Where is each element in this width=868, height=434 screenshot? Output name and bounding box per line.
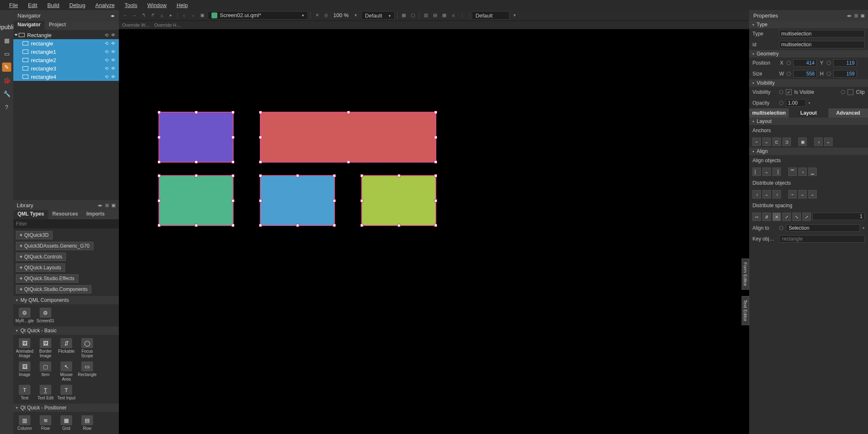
tree-root[interactable]: Rectangle ⟲👁 xyxy=(13,31,119,39)
clip-checkbox[interactable] xyxy=(848,89,853,95)
nav-fwd-history-icon[interactable]: → xyxy=(131,12,138,19)
nav-home-icon[interactable]: ⌂ xyxy=(158,12,166,19)
export-icon[interactable]: ⟲ xyxy=(105,58,108,63)
id-value[interactable] xyxy=(779,41,865,48)
menu-debug[interactable]: Debug xyxy=(65,1,89,9)
link-x-icon[interactable] xyxy=(787,61,791,65)
anchor-top[interactable]: ⫟ xyxy=(752,138,761,146)
h-input[interactable] xyxy=(833,70,857,78)
resize-handle-bm[interactable] xyxy=(195,224,198,227)
panel-menu-icon[interactable]: ◂▸ xyxy=(111,13,115,18)
resize-handle-tl[interactable] xyxy=(158,111,161,114)
resize-handle-br[interactable] xyxy=(231,224,234,227)
anchor-left[interactable]: ⊏ xyxy=(772,138,781,146)
menu-analyze[interactable]: Analyze xyxy=(91,1,119,9)
clip-link-icon[interactable] xyxy=(841,90,845,94)
spacing-between[interactable]: ⤢ xyxy=(803,213,811,221)
resize-handle-tl[interactable] xyxy=(360,174,363,177)
side-tab-form-editor[interactable]: Form Editor xyxy=(742,258,749,290)
resize-handle-tr[interactable] xyxy=(333,174,336,177)
resize-handle-mr[interactable] xyxy=(333,199,336,202)
chip-qtquick3d[interactable]: +QtQuick3D xyxy=(16,231,53,239)
visibility-icon[interactable]: 👁 xyxy=(111,33,116,38)
export-icon[interactable]: ⟲ xyxy=(105,66,108,71)
panel-max-icon[interactable]: ▣ xyxy=(860,13,865,18)
override-w-field[interactable]: Override W… xyxy=(122,23,150,28)
resize-handle-tr[interactable] xyxy=(231,111,234,114)
override-h-field[interactable]: Override H… xyxy=(154,23,181,28)
comp-mouse-area[interactable]: ↖Mouse Area xyxy=(56,360,77,383)
layout-icon-3[interactable]: ▦ xyxy=(440,12,448,19)
comp-myrectangle[interactable]: ⚙MyR…gle xyxy=(14,306,35,325)
menu-build[interactable]: Build xyxy=(43,1,63,9)
mode-debug-icon[interactable]: 🐞 xyxy=(2,76,11,85)
library-filter-input[interactable]: Filter xyxy=(13,219,119,228)
tree-item-rectangle2[interactable]: rectangle2⟲👁 xyxy=(13,56,119,64)
bounding-icon[interactable]: ▢ xyxy=(409,12,417,19)
export-icon[interactable]: ⟲ xyxy=(105,33,108,38)
style-dropdown-2-arrow[interactable]: ▾ xyxy=(511,12,518,19)
section-visibility[interactable]: Visibility xyxy=(749,79,868,87)
spacing-outside[interactable]: ⤡ xyxy=(793,213,801,221)
panel-menu-icon[interactable]: ◂▸ xyxy=(847,13,852,18)
link-y-icon[interactable] xyxy=(827,61,831,65)
resize-handle-bl[interactable] xyxy=(259,224,262,227)
resize-handle-bl[interactable] xyxy=(158,161,161,163)
mode-design-icon[interactable]: ✎ xyxy=(2,63,11,72)
distribute-right[interactable]: ⫞ xyxy=(772,190,781,198)
resize-handle-tr[interactable] xyxy=(434,174,437,177)
resize-handle-bm[interactable] xyxy=(195,161,198,163)
resize-handle-tm[interactable] xyxy=(195,111,198,114)
nav-back-history-icon[interactable]: ← xyxy=(121,12,129,19)
chip-quick3dassets[interactable]: +Quick3DAssets.Generic_G70 xyxy=(16,242,93,250)
panel-close-icon[interactable]: ▣ xyxy=(111,203,116,208)
style-dropdown-1[interactable]: Default▾ xyxy=(361,11,395,20)
section-layout[interactable]: Layout xyxy=(749,118,868,125)
menu-help[interactable]: Help xyxy=(172,1,192,9)
subtab-multiselection[interactable]: multiselection xyxy=(749,108,789,118)
visibility-link-icon[interactable] xyxy=(779,90,783,94)
section-basic[interactable]: Qt Quick - Basic xyxy=(13,326,119,335)
layout-icon-5[interactable]: ⋮ xyxy=(459,12,466,19)
resize-handle-bl[interactable] xyxy=(360,224,363,227)
menu-window[interactable]: Window xyxy=(143,1,171,9)
anchor-vcenter[interactable]: ⫞ xyxy=(814,138,823,146)
section-type[interactable]: Type xyxy=(749,21,868,28)
key-object-dropdown[interactable] xyxy=(779,235,865,243)
resize-handle-ml[interactable] xyxy=(259,136,262,139)
canvas-shape-rectangle4[interactable] xyxy=(361,175,436,226)
anchor-bottom[interactable]: ⫠ xyxy=(762,138,771,146)
is-visible-checkbox[interactable]: ✓ xyxy=(786,89,792,95)
align-right[interactable]: ▕ xyxy=(772,168,781,176)
distribute-top[interactable]: ⫟ xyxy=(788,190,797,198)
comp-grid[interactable]: ▦Grid xyxy=(56,414,77,432)
crumb-back-icon[interactable]: ‹ xyxy=(180,12,188,19)
chip-studio-effects[interactable]: +QtQuick.Studio.Effects xyxy=(16,274,78,283)
tab-project[interactable]: Project xyxy=(45,21,70,30)
section-align[interactable]: Align xyxy=(749,148,868,155)
comp-item[interactable]: ▢Item xyxy=(35,360,56,383)
tab-imports[interactable]: Imports xyxy=(82,210,109,219)
resize-handle-br[interactable] xyxy=(434,224,437,227)
distribute-vcenter[interactable]: ⫠ xyxy=(798,190,807,198)
nav-down-icon[interactable]: ↱ xyxy=(149,12,156,19)
comp-image[interactable]: 🖼Image xyxy=(14,360,35,383)
crumb-last-icon[interactable]: ▣ xyxy=(199,12,206,19)
spacing-none[interactable]: ✕ xyxy=(772,213,781,221)
resize-handle-br[interactable] xyxy=(231,161,234,163)
spacing-v[interactable]: ⇵ xyxy=(762,213,771,221)
export-icon[interactable]: ⟲ xyxy=(105,74,108,80)
resize-handle-tr[interactable] xyxy=(231,174,234,177)
resize-handle-br[interactable] xyxy=(333,224,336,227)
export-icon[interactable]: ⟲ xyxy=(105,41,108,46)
comp-flickable[interactable]: ⇵Flickable xyxy=(56,336,77,360)
side-tab-text-editor[interactable]: Text Editor xyxy=(742,296,749,325)
visibility-icon[interactable]: 👁 xyxy=(111,74,116,80)
opacity-input[interactable] xyxy=(786,99,806,107)
chip-studio-components[interactable]: +QtQuick.Studio.Components xyxy=(16,285,91,294)
tree-item-rectangle3[interactable]: rectangle3⟲👁 xyxy=(13,64,119,73)
spacing-h[interactable]: ⇿ xyxy=(752,213,761,221)
resize-handle-mr[interactable] xyxy=(434,136,437,139)
close-file-icon[interactable]: ✕ xyxy=(313,12,321,19)
comp-column[interactable]: ▥Column xyxy=(14,414,35,432)
